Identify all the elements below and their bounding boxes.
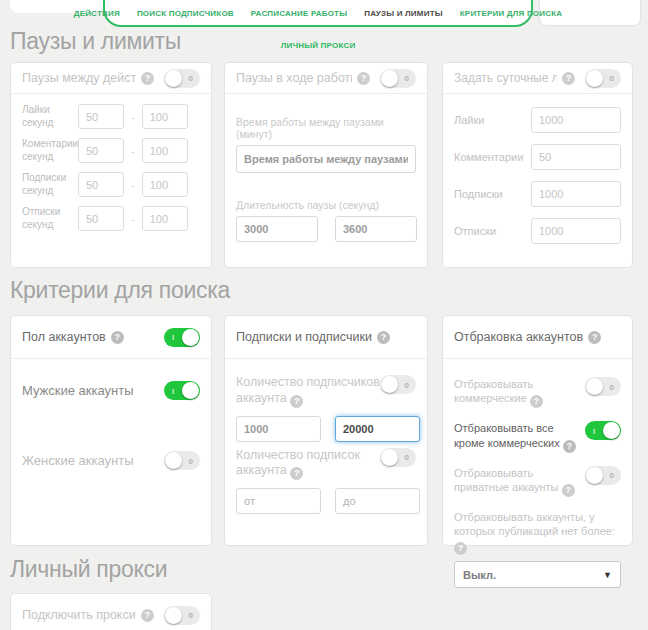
followers-count-label: Количество подписчиков аккаунта ?	[236, 375, 380, 408]
follows-limit-input[interactable]	[531, 181, 621, 207]
followers-from-input[interactable]	[236, 416, 321, 442]
help-icon[interactable]: ?	[562, 484, 575, 497]
settings-tab-bar: ДЕЙСТВИЯ ПОИСК ПОДПИСЧИКОВ РАСПИСАНИЕ РА…	[103, 0, 533, 27]
reject-commercial-label: Отбраковывать коммерческие ?	[454, 377, 585, 408]
tab-actions[interactable]: ДЕЙСТВИЯ	[74, 9, 120, 18]
unfollows-pause-to-input[interactable]	[142, 206, 188, 231]
pause-duration-from-input[interactable]	[236, 216, 318, 242]
reject-non-commercial-toggle[interactable]: I	[585, 421, 621, 440]
help-icon[interactable]: ?	[563, 440, 576, 453]
panel-title: Пол аккаунтов	[22, 330, 106, 344]
panel-daily-limits-header: Задать суточные лимиты ? 0	[443, 63, 632, 94]
following-to-input[interactable]	[335, 488, 420, 514]
likes-pause-to-input[interactable]	[142, 104, 188, 129]
female-accounts-label: Женские аккаунты	[22, 453, 134, 468]
panel-account-filtering-header: Отбраковка аккаунтов ?	[443, 316, 632, 359]
reject-private-label: Отбраковывать приватные аккаунты ?	[454, 466, 585, 497]
work-time-label: Время работы между паузами (минут)	[236, 116, 416, 140]
panel-connect-proxy-header: Подключить прокси ? 0	[11, 594, 211, 630]
follows-pause-label: Подписки секунд	[22, 172, 78, 197]
following-count-head: Количество подписок аккаунта ? 0	[236, 448, 416, 481]
help-icon[interactable]: ?	[290, 467, 303, 480]
follows-pause-to-input[interactable]	[142, 172, 188, 197]
panel-daily-limits: Задать суточные лимиты ? 0 Лайки Коммент…	[442, 62, 633, 268]
reject-non-commercial-label: Отбраковывать все кроме коммерческих ?	[454, 421, 585, 452]
help-icon[interactable]: ?	[562, 72, 575, 85]
comments-pause-to-input[interactable]	[142, 138, 188, 163]
work-time-input[interactable]	[236, 145, 416, 173]
comments-pause-from-input[interactable]	[78, 138, 124, 163]
panel-account-gender: Пол аккаунтов ? I Мужские аккаунты I Жен…	[10, 315, 212, 546]
unfollows-limit-row: Отписки	[454, 218, 621, 244]
tab-work-schedule[interactable]: РАСПИСАНИЕ РАБОТЫ	[251, 9, 347, 18]
toggle-knob	[586, 378, 603, 395]
help-icon[interactable]: ?	[141, 72, 154, 85]
toggle-knob	[586, 467, 603, 484]
panel-action-pauses: Паузы между действиями ? 0 Лайки секунд …	[10, 62, 212, 268]
reject-private-row: Отбраковывать приватные аккаунты ? 0	[454, 466, 621, 497]
panel-title: Подписки и подписчики	[236, 330, 372, 344]
tab-pauses-limits[interactable]: ПАУЗЫ И ЛИМИТЫ	[364, 9, 443, 18]
likes-pause-row: Лайки секунд -	[22, 104, 200, 129]
help-icon[interactable]: ?	[588, 331, 601, 344]
panel-subscriptions: Подписки и подписчики ? Количество подпи…	[224, 315, 428, 546]
female-accounts-toggle[interactable]: 0	[164, 451, 200, 470]
help-icon[interactable]: ?	[377, 331, 390, 344]
followers-count-toggle[interactable]: 0	[380, 375, 416, 394]
panel-title: Паузы между действиями	[22, 71, 136, 85]
chevron-down-icon: ▼	[603, 570, 612, 580]
unfollows-pause-row: Отписки секунд -	[22, 206, 200, 231]
help-icon[interactable]: ?	[530, 395, 543, 408]
male-accounts-toggle[interactable]: I	[164, 381, 200, 400]
help-icon[interactable]: ?	[357, 72, 370, 85]
daily-limits-toggle[interactable]: 0	[585, 69, 621, 88]
toggle-knob	[165, 607, 182, 624]
follows-pause-from-input[interactable]	[78, 172, 124, 197]
help-icon[interactable]: ?	[290, 395, 303, 408]
action-pauses-toggle[interactable]: 0	[164, 69, 200, 88]
following-from-input[interactable]	[236, 488, 321, 514]
account-gender-toggle[interactable]: I	[164, 328, 200, 347]
toggle-knob	[603, 422, 620, 439]
reject-commercial-toggle[interactable]: 0	[585, 377, 621, 396]
reject-non-commercial-row: Отбраковывать все кроме коммерческих ? I	[454, 421, 621, 452]
pause-duration-to-input[interactable]	[335, 216, 417, 242]
followers-to-input[interactable]	[335, 416, 420, 442]
unfollows-pause-from-input[interactable]	[78, 206, 124, 231]
reject-commercial-row: Отбраковывать коммерческие ? 0	[454, 377, 621, 408]
help-icon[interactable]: ?	[111, 331, 124, 344]
male-accounts-label: Мужские аккаунты	[22, 383, 134, 398]
followers-count-head: Количество подписчиков аккаунта ? 0	[236, 375, 416, 408]
connect-proxy-toggle[interactable]: 0	[164, 606, 200, 625]
likes-pause-from-input[interactable]	[78, 104, 124, 129]
comments-pause-row: Коментарии секунд -	[22, 138, 200, 163]
toggle-knob	[586, 70, 603, 87]
tab-search-criteria[interactable]: КРИТЕРИИ ДЛЯ ПОИСКА	[460, 9, 563, 18]
link-personal-proxy[interactable]: ЛИЧНЫЙ ПРОКСИ	[281, 41, 356, 50]
toggle-knob	[381, 376, 398, 393]
toggle-knob	[165, 70, 182, 87]
following-count-toggle[interactable]: 0	[380, 448, 416, 467]
toggle-knob	[381, 449, 398, 466]
work-pauses-toggle[interactable]: 0	[380, 69, 416, 88]
panel-title: Задать суточные лимиты	[454, 71, 557, 85]
panel-title: Паузы в ходе работы	[236, 71, 352, 85]
toggle-knob	[165, 452, 182, 469]
likes-limit-label: Лайки	[454, 114, 531, 126]
help-icon[interactable]: ?	[454, 542, 467, 555]
tab-search-followers[interactable]: ПОИСК ПОДПИСЧИКОВ	[137, 9, 234, 18]
comments-pause-label: Коментарии секунд	[22, 138, 78, 163]
likes-limit-input[interactable]	[531, 107, 621, 133]
unfollows-limit-label: Отписки	[454, 225, 531, 237]
unfollows-limit-input[interactable]	[531, 218, 621, 244]
reject-private-toggle[interactable]: 0	[585, 466, 621, 485]
comments-limit-input[interactable]	[531, 144, 621, 170]
panel-subscriptions-header: Подписки и подписчики ?	[225, 316, 427, 359]
help-icon[interactable]: ?	[141, 609, 154, 622]
no-posts-select[interactable]: Выкл. ▼	[454, 561, 621, 588]
female-accounts-row: Женские аккаунты 0	[22, 451, 200, 470]
follows-pause-row: Подписки секунд -	[22, 172, 200, 197]
male-accounts-row: Мужские аккаунты I	[22, 381, 200, 400]
range-dash: -	[131, 145, 135, 157]
comments-limit-row: Комментарии	[454, 144, 621, 170]
